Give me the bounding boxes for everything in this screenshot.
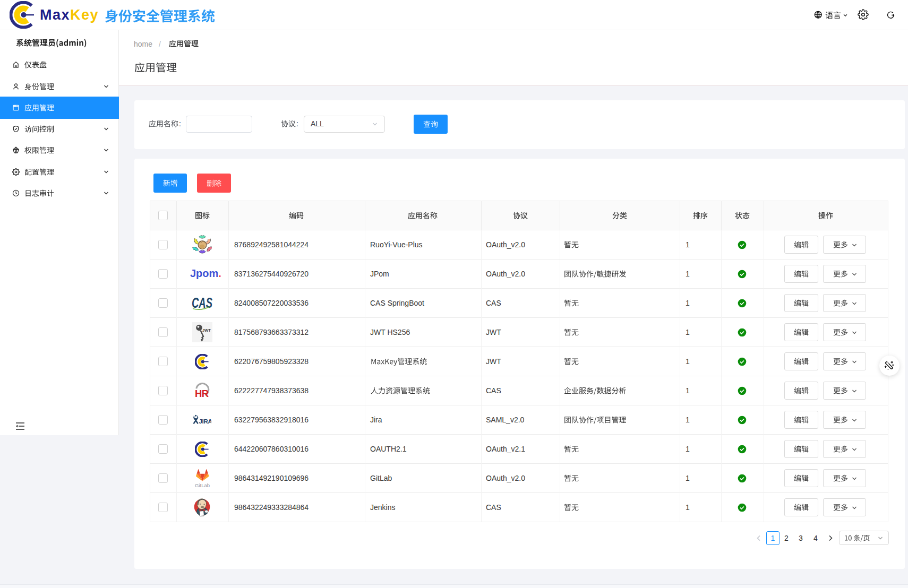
svg-text:CAS: CAS	[192, 296, 212, 310]
svg-text:JWT: JWT	[202, 328, 211, 333]
svg-text:HR: HR	[195, 388, 209, 399]
svg-text:GitLab: GitLab	[195, 482, 210, 488]
svg-text:JIRA: JIRA	[199, 418, 212, 425]
